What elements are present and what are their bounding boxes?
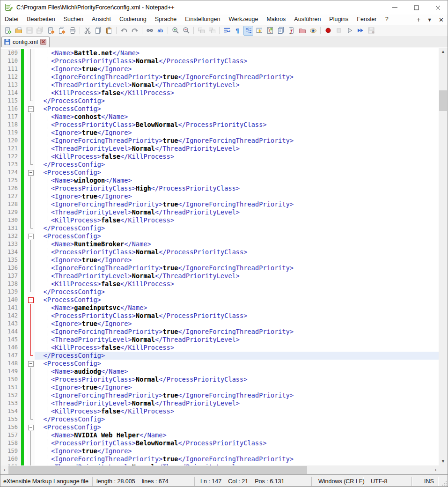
menu-item-bearbeiten[interactable]: Bearbeiten (22, 15, 59, 24)
code-line[interactable]: 142 <ProcessPriorityClass>Normal</Proces… (0, 312, 440, 320)
line-number[interactable]: 148 (0, 360, 21, 368)
code-line[interactable]: 118 <ProcessPriorityClass>BelowNormal</P… (0, 121, 440, 129)
bookmark-margin[interactable] (24, 137, 27, 145)
bookmark-margin[interactable] (24, 320, 27, 328)
line-number[interactable]: 156 (0, 423, 21, 431)
horizontal-scrollbar-thumb[interactable] (8, 466, 307, 474)
bookmark-margin[interactable] (24, 153, 27, 161)
code-text[interactable]: <ProcessPriorityClass>BelowNormal</Proce… (35, 439, 440, 447)
code-line[interactable]: 136 <IgnoreForcingThreadPriority>true</I… (0, 264, 440, 272)
document-map-icon[interactable] (265, 26, 275, 36)
code-line[interactable]: 160 <IgnoreForcingThreadPriority>true</I… (0, 455, 440, 463)
code-text[interactable]: <Ignore>true</Ignore> (35, 192, 440, 200)
code-text[interactable]: <Ignore>true</Ignore> (35, 256, 440, 264)
code-line[interactable]: 113 <ThreadPriorityLevel>Normal</ThreadP… (0, 81, 440, 89)
close-button[interactable] (427, 0, 448, 15)
bookmark-margin[interactable] (24, 89, 27, 97)
bookmark-margin[interactable] (24, 415, 27, 423)
code-text[interactable]: <ThreadPriorityLevel>Normal</ThreadPrior… (35, 272, 440, 280)
code-line[interactable]: 155 </ProcessConfig> (0, 415, 440, 423)
line-number[interactable]: 109 (0, 49, 21, 57)
line-number[interactable]: 154 (0, 407, 21, 415)
dropdown-arrow-icon[interactable]: ▼ (427, 17, 432, 22)
code-line[interactable]: 122 <KillProcess>false</KillProcess> (0, 153, 440, 161)
line-number[interactable]: 126 (0, 184, 21, 192)
line-number[interactable]: 123 (0, 161, 21, 169)
minimize-button[interactable] (384, 0, 405, 15)
maximize-button[interactable] (405, 0, 427, 15)
run-macro-multiple-icon[interactable] (355, 26, 365, 36)
bookmark-margin[interactable] (24, 328, 27, 336)
fold-collapse-icon[interactable] (27, 423, 35, 431)
record-macro-icon[interactable] (323, 26, 333, 36)
line-number[interactable]: 157 (0, 431, 21, 439)
code-text[interactable]: <ProcessPriorityClass>Normal</ProcessPri… (35, 248, 440, 256)
undo-icon[interactable] (119, 26, 129, 36)
menu-item-fenster[interactable]: Fenster (353, 15, 381, 24)
print-icon[interactable] (67, 26, 77, 36)
line-number[interactable]: 143 (0, 320, 21, 328)
bookmark-margin[interactable] (24, 296, 27, 304)
line-number[interactable]: 152 (0, 391, 21, 399)
menu-item-einstellungen[interactable]: Einstellungen (181, 15, 224, 24)
copy-icon[interactable] (93, 26, 103, 36)
code-line[interactable]: 120 <IgnoreForcingThreadPriority>true</I… (0, 137, 440, 145)
line-number[interactable]: 139 (0, 288, 21, 296)
show-all-characters-icon[interactable]: ¶ (233, 26, 242, 36)
line-number[interactable]: 120 (0, 137, 21, 145)
code-text[interactable]: <ProcessPriorityClass>BelowNormal</Proce… (35, 121, 440, 129)
bookmark-margin[interactable] (24, 208, 27, 216)
fold-collapse-icon[interactable] (27, 232, 35, 240)
code-text[interactable]: <Name>conhost</Name> (35, 113, 440, 121)
code-line[interactable]: 112 <IgnoreForcingThreadPriority>true</I… (0, 73, 440, 81)
line-number[interactable]: 133 (0, 240, 21, 248)
bookmark-margin[interactable] (24, 439, 27, 447)
line-number[interactable]: 142 (0, 312, 21, 320)
code-line[interactable]: 145 <ThreadPriorityLevel>Normal</ThreadP… (0, 336, 440, 344)
code-text[interactable]: <ProcessPriorityClass>Normal</ProcessPri… (35, 57, 440, 65)
line-number[interactable]: 136 (0, 264, 21, 272)
bookmark-margin[interactable] (24, 192, 27, 200)
code-line[interactable]: 143 <Ignore>true</Ignore> (0, 320, 440, 328)
bookmark-margin[interactable] (24, 169, 27, 177)
play-macro-icon[interactable] (345, 26, 354, 36)
code-text[interactable]: </ProcessConfig> (35, 352, 440, 360)
line-number[interactable]: 134 (0, 248, 21, 256)
line-number[interactable]: 117 (0, 113, 21, 121)
code-text[interactable]: <KillProcess>false</KillProcess> (35, 344, 440, 352)
code-line[interactable]: 117 <Name>conhost</Name> (0, 113, 440, 121)
bookmark-margin[interactable] (24, 97, 27, 105)
code-text[interactable]: <Name>audiodg</Name> (35, 368, 440, 376)
bookmark-margin[interactable] (24, 391, 27, 399)
code-text[interactable]: <ThreadPriorityLevel>Normal</ThreadPrior… (35, 208, 440, 216)
code-text[interactable]: <Name>Battle.net</Name> (35, 49, 440, 57)
code-line[interactable]: 135 <Ignore>true</Ignore> (0, 256, 440, 264)
code-line[interactable]: 141 <Name>gameinputsvc</Name> (0, 304, 440, 312)
code-line[interactable]: 111 <Ignore>true</Ignore> (0, 65, 440, 73)
bookmark-margin[interactable] (24, 407, 27, 415)
cut-icon[interactable] (82, 26, 92, 36)
code-text[interactable]: <ProcessConfig> (35, 423, 440, 431)
menu-item-plugins[interactable]: Plugins (325, 15, 353, 24)
code-text[interactable]: <ThreadPriorityLevel>Normal</ThreadPrior… (35, 145, 440, 153)
code-line[interactable]: 159 <Ignore>true</Ignore> (0, 447, 440, 455)
code-text[interactable]: </ProcessConfig> (35, 224, 440, 232)
line-number[interactable]: 135 (0, 256, 21, 264)
code-text[interactable]: <Name>NVIDIA Web Helper</Name> (35, 431, 440, 439)
code-text[interactable]: <ProcessConfig> (35, 296, 440, 304)
line-number[interactable]: 159 (0, 447, 21, 455)
code-text[interactable]: <IgnoreForcingThreadPriority>true</Ignor… (35, 328, 440, 336)
line-number[interactable]: 121 (0, 145, 21, 153)
code-text[interactable]: <ProcessPriorityClass>Normal</ProcessPri… (35, 376, 440, 384)
folder-as-workspace-icon[interactable] (297, 26, 307, 36)
code-line[interactable]: 128 <IgnoreForcingThreadPriority>true</I… (0, 200, 440, 208)
code-text[interactable]: <Ignore>true</Ignore> (35, 320, 440, 328)
menu-item-sprache[interactable]: Sprache (151, 15, 181, 24)
code-line[interactable]: 115 </ProcessConfig> (0, 97, 440, 105)
line-number[interactable]: 115 (0, 97, 21, 105)
code-line[interactable]: 150 <ProcessPriorityClass>Normal</Proces… (0, 376, 440, 384)
tab-close-icon[interactable]: ✕ (40, 39, 46, 45)
bookmark-margin[interactable] (24, 113, 27, 121)
line-number[interactable]: 137 (0, 272, 21, 280)
code-text[interactable]: <ProcessConfig> (35, 360, 440, 368)
